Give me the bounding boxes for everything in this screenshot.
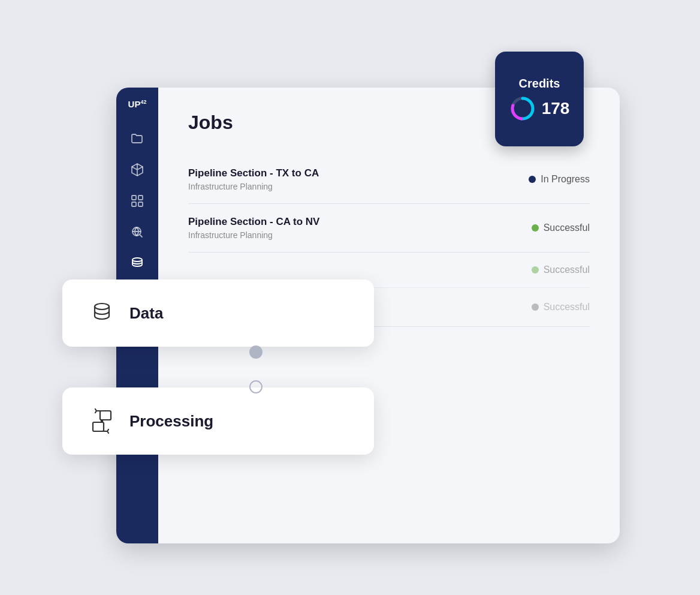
sidebar-item-modules[interactable] xyxy=(129,193,146,209)
drag-handle-top[interactable] xyxy=(249,345,262,359)
drag-dot-filled xyxy=(249,345,262,359)
job-item-2[interactable]: Pipeline Section - CA to NV Infrastructu… xyxy=(188,204,590,253)
svg-rect-3 xyxy=(132,196,136,200)
status-dot-4 xyxy=(532,303,539,311)
credits-label: Credits xyxy=(519,77,560,91)
drag-handle-bottom[interactable] xyxy=(249,380,262,393)
job-status-4: Successful xyxy=(532,302,590,312)
credits-donut-icon xyxy=(509,95,536,122)
sidebar-item-globe-search[interactable] xyxy=(129,224,146,241)
credits-card: Credits 178 xyxy=(495,52,584,146)
processing-icon xyxy=(86,405,117,437)
tooltip-processing: Processing xyxy=(62,387,374,455)
svg-rect-10 xyxy=(100,411,111,420)
sidebar-item-database[interactable] xyxy=(129,255,146,272)
job-item-1[interactable]: Pipeline Section - TX to CA Infrastructu… xyxy=(188,155,590,204)
tooltip-data: Data xyxy=(62,280,374,347)
job-info-2: Pipeline Section - CA to NV Infrastructu… xyxy=(188,216,319,240)
svg-point-8 xyxy=(132,258,142,262)
job-status-2: Successful xyxy=(532,223,590,233)
job-status-1: In Progress xyxy=(529,174,590,185)
job-status-3: Successful xyxy=(532,265,590,275)
job-category-2: Infrastructure Planning xyxy=(188,230,319,240)
drag-dot-empty xyxy=(249,380,262,393)
status-dot-1 xyxy=(529,176,536,183)
credits-value: 178 xyxy=(542,99,570,118)
tooltip-processing-label: Processing xyxy=(129,412,213,431)
svg-rect-6 xyxy=(138,202,143,206)
logo: UP42 xyxy=(128,100,147,109)
sidebar-item-folder[interactable] xyxy=(129,130,146,147)
status-dot-2 xyxy=(532,224,539,232)
sidebar-item-cube[interactable] xyxy=(129,161,146,178)
svg-rect-5 xyxy=(132,202,136,206)
svg-rect-4 xyxy=(138,196,143,200)
data-icon xyxy=(86,298,117,329)
svg-rect-11 xyxy=(93,422,104,431)
job-name-2: Pipeline Section - CA to NV xyxy=(188,216,319,228)
job-info-1: Pipeline Section - TX to CA Infrastructu… xyxy=(188,167,319,191)
status-dot-3 xyxy=(532,266,539,274)
tooltip-data-label: Data xyxy=(129,304,163,323)
job-name-1: Pipeline Section - TX to CA xyxy=(188,167,319,179)
svg-point-9 xyxy=(95,303,109,309)
job-category-1: Infrastructure Planning xyxy=(188,182,319,191)
